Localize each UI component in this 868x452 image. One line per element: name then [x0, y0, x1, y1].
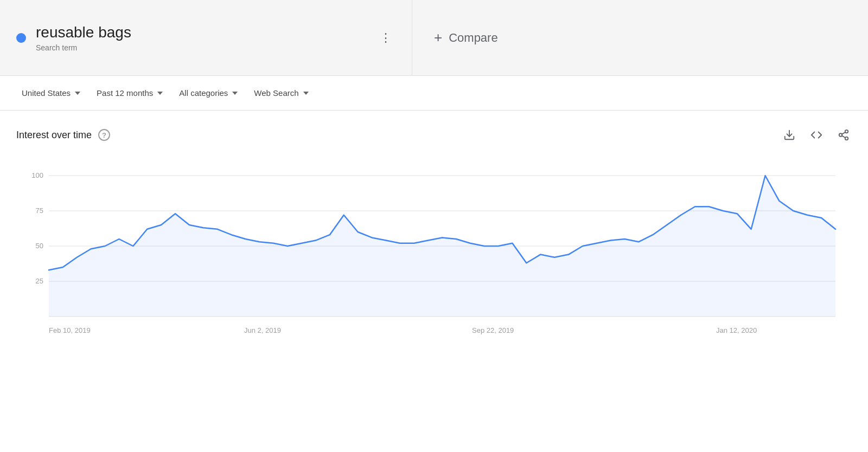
filter-search-type[interactable]: Web Search	[248, 84, 314, 102]
x-label-jan: Jan 12, 2020	[716, 326, 757, 334]
chart-header: Interest over time ?	[16, 127, 852, 143]
filter-time-range[interactable]: Past 12 months	[91, 84, 168, 102]
compare-label: Compare	[449, 31, 497, 45]
y-label-25: 25	[36, 277, 43, 285]
y-label-100: 100	[31, 171, 43, 179]
y-label-75: 75	[36, 206, 43, 215]
chart-actions	[781, 127, 852, 143]
more-options-button[interactable]: ⋮	[376, 28, 395, 48]
trend-chart: 100 75 50 25 Feb 10, 2019 Jun 2, 2019 Se…	[16, 154, 852, 360]
chart-title: Interest over time	[16, 130, 92, 141]
download-button[interactable]	[781, 127, 797, 143]
search-term-area: reusable bags Search term ⋮	[0, 0, 412, 75]
compare-area[interactable]: + Compare	[412, 0, 868, 75]
filter-search-type-label: Web Search	[254, 88, 298, 98]
x-label-sep: Sep 22, 2019	[472, 326, 514, 334]
chart-section: Interest over time ?	[0, 111, 868, 373]
chart-area-fill	[49, 176, 835, 317]
filter-location-label: United States	[22, 88, 71, 98]
filter-location[interactable]: United States	[16, 84, 86, 102]
category-dropdown-arrow	[232, 92, 238, 95]
x-label-feb: Feb 10, 2019	[49, 326, 91, 334]
term-info: reusable bags Search term	[36, 23, 395, 53]
filter-category[interactable]: All categories	[174, 84, 243, 102]
share-button[interactable]	[835, 127, 852, 143]
filter-bar: United States Past 12 months All categor…	[0, 76, 868, 111]
chart-title-group: Interest over time ?	[16, 129, 110, 141]
chart-container: 100 75 50 25 Feb 10, 2019 Jun 2, 2019 Se…	[16, 154, 852, 362]
search-term-type: Search term	[36, 43, 395, 52]
embed-button[interactable]	[808, 127, 825, 143]
search-term-text: reusable bags	[36, 23, 395, 42]
x-label-jun: Jun 2, 2019	[244, 326, 281, 334]
time-dropdown-arrow	[157, 92, 163, 95]
filter-category-label: All categories	[179, 88, 228, 98]
help-icon[interactable]: ?	[98, 129, 110, 141]
filter-time-label: Past 12 months	[97, 88, 153, 98]
header-section: reusable bags Search term ⋮ + Compare	[0, 0, 868, 76]
y-label-50: 50	[36, 242, 43, 250]
svg-line-4	[842, 135, 845, 138]
location-dropdown-arrow	[75, 92, 80, 95]
search-type-dropdown-arrow	[303, 92, 309, 95]
svg-line-5	[842, 132, 845, 134]
compare-plus-icon: +	[434, 29, 442, 46]
term-indicator-dot	[16, 33, 26, 43]
